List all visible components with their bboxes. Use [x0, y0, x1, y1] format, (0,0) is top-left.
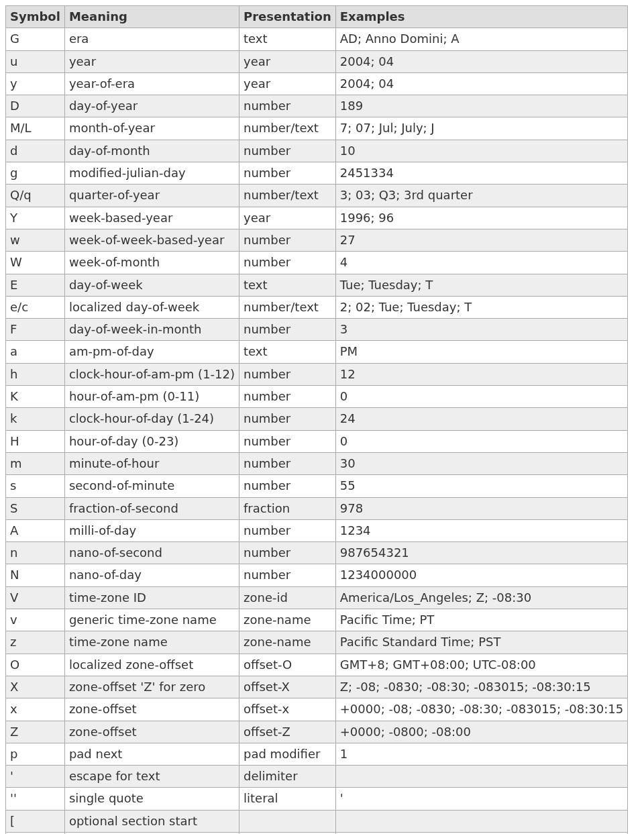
cell-examples: 3; 03; Q3; 3rd quarter — [335, 185, 627, 207]
table-row: GeratextAD; Anno Domini; A — [6, 28, 628, 50]
cell-presentation: number — [239, 452, 336, 474]
cell-symbol: d — [6, 140, 65, 162]
cell-presentation: year — [239, 72, 336, 95]
cell-examples: 4 — [335, 252, 627, 274]
cell-symbol: a — [6, 341, 65, 363]
cell-meaning: escape for text — [64, 766, 239, 788]
cell-symbol: F — [6, 319, 65, 341]
cell-examples: 1234000000 — [335, 564, 627, 586]
cell-meaning: hour-of-day (0-23) — [64, 430, 239, 452]
cell-meaning: zone-offset 'Z' for zero — [64, 676, 239, 698]
table-row: Dday-of-yearnumber189 — [6, 95, 628, 117]
cell-meaning: minute-of-hour — [64, 452, 239, 474]
table-row: vgeneric time-zone namezone-namePacific … — [6, 609, 628, 631]
cell-symbol: E — [6, 274, 65, 296]
cell-presentation: number — [239, 386, 336, 408]
cell-meaning: zone-offset — [64, 698, 239, 721]
cell-symbol: u — [6, 50, 65, 72]
cell-symbol: K — [6, 386, 65, 408]
cell-presentation: number — [239, 140, 336, 162]
cell-examples: 3 — [335, 319, 627, 341]
cell-examples: 978 — [335, 497, 627, 519]
cell-examples: +0000; -0800; -08:00 — [335, 721, 627, 743]
table-row: nnano-of-secondnumber987654321 — [6, 542, 628, 564]
cell-presentation: zone-id — [239, 586, 336, 609]
table-row: Xzone-offset 'Z' for zerooffset-XZ; -08;… — [6, 676, 628, 698]
table-row: [optional section start — [6, 810, 628, 832]
cell-presentation: zone-name — [239, 631, 336, 654]
cell-symbol: G — [6, 28, 65, 50]
cell-symbol: Q/q — [6, 185, 65, 207]
cell-presentation: literal — [239, 788, 336, 810]
cell-presentation: year — [239, 207, 336, 229]
cell-symbol: H — [6, 430, 65, 452]
cell-symbol: X — [6, 676, 65, 698]
table-row: wweek-of-week-based-yearnumber27 — [6, 229, 628, 251]
cell-symbol: v — [6, 609, 65, 631]
cell-meaning: week-based-year — [64, 207, 239, 229]
cell-examples: Pacific Time; PT — [335, 609, 627, 631]
cell-presentation: offset-x — [239, 698, 336, 721]
cell-meaning: day-of-week-in-month — [64, 319, 239, 341]
table-row: Eday-of-weektextTue; Tuesday; T — [6, 274, 628, 296]
cell-meaning: nano-of-day — [64, 564, 239, 586]
table-row: e/clocalized day-of-weeknumber/text2; 02… — [6, 296, 628, 318]
cell-symbol: g — [6, 162, 65, 185]
cell-examples: 2451334 — [335, 162, 627, 185]
cell-meaning: single quote — [64, 788, 239, 810]
table-row: Amilli-of-daynumber1234 — [6, 519, 628, 541]
cell-presentation: number — [239, 475, 336, 497]
cell-presentation: number/text — [239, 185, 336, 207]
table-row: Wweek-of-monthnumber4 — [6, 252, 628, 274]
table-row: mminute-of-hournumber30 — [6, 452, 628, 474]
cell-examples: 0 — [335, 386, 627, 408]
cell-meaning: day-of-week — [64, 274, 239, 296]
cell-examples: 7; 07; Jul; July; J — [335, 117, 627, 140]
cell-symbol: k — [6, 408, 65, 430]
table-row: gmodified-julian-daynumber2451334 — [6, 162, 628, 185]
cell-presentation: number — [239, 319, 336, 341]
table-row: 'escape for textdelimiter — [6, 766, 628, 788]
col-header-presentation: Presentation — [239, 6, 336, 28]
cell-symbol: N — [6, 564, 65, 586]
col-header-meaning: Meaning — [64, 6, 239, 28]
cell-examples: 189 — [335, 95, 627, 117]
cell-symbol: e/c — [6, 296, 65, 318]
cell-meaning: era — [64, 28, 239, 50]
col-header-examples: Examples — [335, 6, 627, 28]
cell-meaning: generic time-zone name — [64, 609, 239, 631]
cell-presentation: text — [239, 341, 336, 363]
cell-symbol: Z — [6, 721, 65, 743]
cell-meaning: clock-hour-of-day (1-24) — [64, 408, 239, 430]
cell-symbol: S — [6, 497, 65, 519]
table-row: xzone-offsetoffset-x+0000; -08; -0830; -… — [6, 698, 628, 721]
cell-meaning: hour-of-am-pm (0-11) — [64, 386, 239, 408]
cell-presentation: number — [239, 229, 336, 251]
table-row: ztime-zone namezone-namePacific Standard… — [6, 631, 628, 654]
cell-examples: 55 — [335, 475, 627, 497]
cell-presentation: offset-Z — [239, 721, 336, 743]
cell-symbol: n — [6, 542, 65, 564]
cell-examples — [335, 766, 627, 788]
cell-meaning: modified-julian-day — [64, 162, 239, 185]
cell-meaning: fraction-of-second — [64, 497, 239, 519]
cell-symbol: D — [6, 95, 65, 117]
cell-examples: AD; Anno Domini; A — [335, 28, 627, 50]
cell-meaning: time-zone name — [64, 631, 239, 654]
cell-examples: 12 — [335, 363, 627, 385]
cell-presentation: number — [239, 564, 336, 586]
cell-presentation: number — [239, 408, 336, 430]
cell-symbol: '' — [6, 788, 65, 810]
cell-presentation: text — [239, 28, 336, 50]
cell-examples: ' — [335, 788, 627, 810]
cell-meaning: month-of-year — [64, 117, 239, 140]
table-row: Vtime-zone IDzone-idAmerica/Los_Angeles;… — [6, 586, 628, 609]
cell-meaning: localized zone-offset — [64, 654, 239, 676]
cell-examples: GMT+8; GMT+08:00; UTC-08:00 — [335, 654, 627, 676]
cell-meaning: am-pm-of-day — [64, 341, 239, 363]
cell-examples — [335, 810, 627, 832]
cell-examples: America/Los_Angeles; Z; -08:30 — [335, 586, 627, 609]
cell-examples: Pacific Standard Time; PST — [335, 631, 627, 654]
cell-symbol: [ — [6, 810, 65, 832]
pattern-symbol-table: Symbol Meaning Presentation Examples Ger… — [5, 5, 628, 834]
